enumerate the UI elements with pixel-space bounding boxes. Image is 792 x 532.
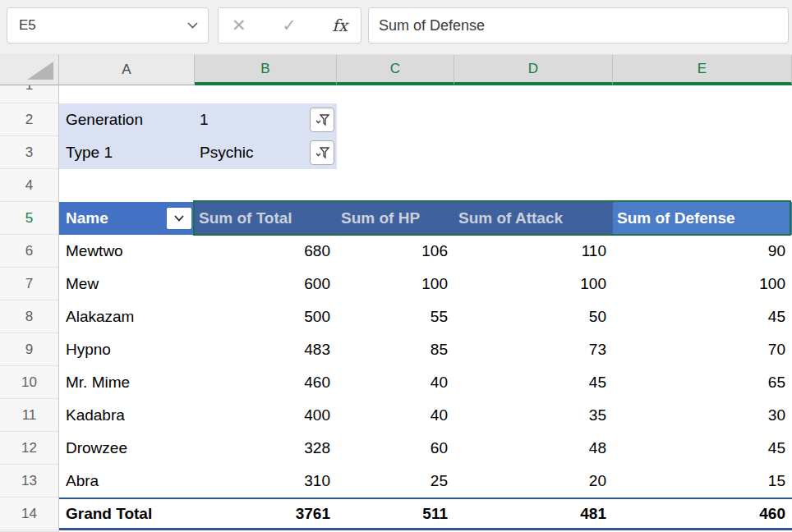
filter-label-generation[interactable]: Generation <box>59 103 195 136</box>
cell-d8[interactable]: 50 <box>454 300 613 333</box>
filter-value-generation[interactable]: 1 <box>195 103 337 136</box>
cell-c12[interactable]: 60 <box>337 432 454 465</box>
grand-total-c[interactable]: 511 <box>337 499 454 528</box>
cell-d13[interactable]: 20 <box>454 465 613 498</box>
cell-b8[interactable]: 500 <box>195 300 337 333</box>
cell-d7[interactable]: 100 <box>454 268 613 300</box>
grand-total-label[interactable]: Grand Total <box>59 499 195 528</box>
pivot-header-sum-of-defense[interactable]: Sum of Defense <box>613 202 792 235</box>
cell-e3[interactable] <box>613 136 792 169</box>
row-header-12[interactable]: 12 <box>0 432 59 465</box>
pivot-header-sum-of-total[interactable]: Sum of Total <box>195 202 337 235</box>
row-header-6[interactable]: 6 <box>0 235 59 268</box>
column-header-b[interactable]: B <box>195 55 337 85</box>
cell-d4[interactable] <box>454 169 613 202</box>
cell-e10[interactable]: 65 <box>613 366 792 399</box>
name-filter-dropdown-button[interactable] <box>167 208 191 229</box>
cell-b12[interactable]: 328 <box>195 432 337 465</box>
cell-b4[interactable] <box>195 169 337 202</box>
cell-d1[interactable] <box>454 85 613 103</box>
cell-d12[interactable]: 48 <box>454 432 613 465</box>
column-header-c[interactable]: C <box>337 55 454 85</box>
cell-b7[interactable]: 600 <box>195 268 337 300</box>
row-header-7[interactable]: 7 <box>0 268 59 300</box>
cell-c8[interactable]: 55 <box>337 300 454 333</box>
cell-b1[interactable] <box>195 85 337 103</box>
row-header-5[interactable]: 5 <box>0 202 59 235</box>
grand-total-e[interactable]: 460 <box>613 499 792 528</box>
cell-c1[interactable] <box>337 85 454 103</box>
column-header-e[interactable]: E <box>613 55 792 85</box>
filter-label-type-1[interactable]: Type 1 <box>59 136 195 169</box>
filter-dropdown-button-type-1[interactable] <box>310 140 334 165</box>
row-header-1[interactable]: 1 <box>0 85 59 103</box>
cell-c3[interactable] <box>337 136 454 169</box>
cell-e11[interactable]: 30 <box>613 399 792 432</box>
cell-c2[interactable] <box>337 103 454 136</box>
row-header-3[interactable]: 3 <box>0 136 59 169</box>
row-header-4[interactable]: 4 <box>0 169 59 202</box>
cell-c6[interactable]: 106 <box>337 235 454 268</box>
row-header-13[interactable]: 13 <box>0 465 59 498</box>
cell-a9-name[interactable]: Hypno <box>59 333 195 366</box>
cell-a1[interactable] <box>59 85 195 103</box>
excel-window: E5 ✕ ✓ fx Sum of Defense ABCDE 12Generat… <box>0 0 792 532</box>
cell-a13-name[interactable]: Abra <box>59 465 195 498</box>
select-all-corner[interactable] <box>0 55 59 85</box>
cell-e6[interactable]: 90 <box>613 235 792 268</box>
cell-e7[interactable]: 100 <box>613 268 792 300</box>
name-box[interactable]: E5 <box>7 7 209 44</box>
filter-value-type-1[interactable]: Psychic <box>195 136 337 169</box>
pivot-header-sum-of-attack[interactable]: Sum of Attack <box>454 202 613 235</box>
cell-e2[interactable] <box>613 103 792 136</box>
filter-dropdown-button-generation[interactable] <box>310 108 334 132</box>
column-header-d[interactable]: D <box>454 55 613 85</box>
cell-c13[interactable]: 25 <box>337 465 454 498</box>
cell-e1[interactable] <box>613 85 792 103</box>
cell-d10[interactable]: 45 <box>454 366 613 399</box>
cell-d9[interactable]: 73 <box>454 333 613 366</box>
column-header-a[interactable]: A <box>59 55 195 85</box>
cell-e13[interactable]: 15 <box>613 465 792 498</box>
grand-total-b[interactable]: 3761 <box>195 499 337 528</box>
cell-d2[interactable] <box>454 103 613 136</box>
pivot-header-sum-of-hp[interactable]: Sum of HP <box>337 202 454 235</box>
cell-b6[interactable]: 680 <box>195 235 337 268</box>
cell-a6-name[interactable]: Mewtwo <box>59 235 195 268</box>
cell-c9[interactable]: 85 <box>337 333 454 366</box>
cell-a4[interactable] <box>59 169 195 202</box>
cell-a10-name[interactable]: Mr. Mime <box>59 366 195 399</box>
cell-d11[interactable]: 35 <box>454 399 613 432</box>
cell-a7-name[interactable]: Mew <box>59 268 195 300</box>
name-box-chevron-down-icon[interactable] <box>187 22 198 29</box>
cell-e9[interactable]: 70 <box>613 333 792 366</box>
cell-c11[interactable]: 40 <box>337 399 454 432</box>
cell-a8-name[interactable]: Alakazam <box>59 300 195 333</box>
row-header-8[interactable]: 8 <box>0 300 59 333</box>
insert-function-icon[interactable]: fx <box>332 16 348 35</box>
cell-d6[interactable]: 110 <box>454 235 613 268</box>
row-header-9[interactable]: 9 <box>0 333 59 366</box>
cell-a12-name[interactable]: Drowzee <box>59 432 195 465</box>
row-header-14[interactable]: 14 <box>0 498 59 530</box>
row-header-2[interactable]: 2 <box>0 103 59 136</box>
cell-b10[interactable]: 460 <box>195 366 337 399</box>
cell-d3[interactable] <box>454 136 613 169</box>
cell-c10[interactable]: 40 <box>337 366 454 399</box>
cancel-icon[interactable]: ✕ <box>232 16 246 35</box>
enter-icon[interactable]: ✓ <box>282 16 297 35</box>
cell-c7[interactable]: 100 <box>337 268 454 300</box>
cell-b13[interactable]: 310 <box>195 465 337 498</box>
cell-b9[interactable]: 483 <box>195 333 337 366</box>
row-header-10[interactable]: 10 <box>0 366 59 399</box>
cell-a11-name[interactable]: Kadabra <box>59 399 195 432</box>
cell-c4[interactable] <box>337 169 454 202</box>
cell-e8[interactable]: 45 <box>613 300 792 333</box>
row-header-11[interactable]: 11 <box>0 399 59 432</box>
cell-e12[interactable]: 45 <box>613 432 792 465</box>
formula-input[interactable]: Sum of Defense <box>368 7 789 44</box>
pivot-header-name[interactable]: Name <box>59 202 195 235</box>
cell-b11[interactable]: 400 <box>195 399 337 432</box>
cell-e4[interactable] <box>613 169 792 202</box>
grand-total-d[interactable]: 481 <box>454 499 613 528</box>
